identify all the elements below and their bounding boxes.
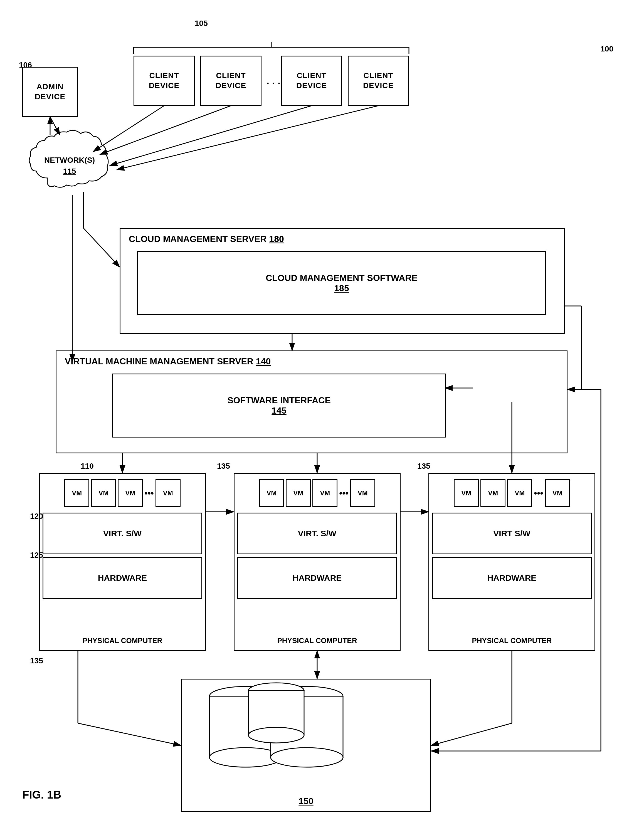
cloud-mgmt-software-ref: 185 [334, 283, 349, 294]
vm-3-1: VM [454, 479, 479, 507]
software-interface-label: SOFTWARE INTERFACE [227, 395, 331, 405]
diagram-container: 100 105 106 CLIENT DEVICE CLIENT DEVICE … [0, 0, 644, 840]
vm-2-2: VM [286, 479, 311, 507]
cloud-management-server: CLOUD MANAGEMENT SERVER 180 CLOUD MANAGE… [120, 228, 565, 334]
ref-135b: 135 [217, 462, 230, 471]
vm-1-2: VM [91, 479, 116, 507]
vm-3-2: VM [480, 479, 506, 507]
cloud-mgmt-software-box: CLOUD MANAGEMENT SOFTWARE 185 [137, 251, 546, 315]
virt-sw-3: VIRT S/W [432, 513, 592, 555]
admin-device: ADMINDEVICE [22, 67, 78, 117]
svg-line-33 [78, 723, 181, 745]
vm-1-1: VM [64, 479, 89, 507]
ref-105: 105 [195, 19, 208, 28]
vm-mgmt-server-label: VIRTUAL MACHINE MANAGEMENT SERVER 140 [65, 356, 271, 367]
hardware-2: HARDWARE [237, 557, 397, 599]
client-device-4: CLIENTDEVICE [348, 56, 409, 106]
client-device-1: CLIENT DEVICE [133, 56, 195, 106]
vm-mgmt-server: VIRTUAL MACHINE MANAGEMENT SERVER 140 SO… [56, 351, 567, 453]
svg-point-7 [271, 748, 343, 767]
software-interface-box: SOFTWARE INTERFACE 145 [112, 374, 446, 438]
hardware-1: HARDWARE [43, 557, 202, 599]
svg-line-16 [110, 106, 312, 166]
virt-sw-2: VIRT. S/W [237, 513, 397, 555]
virt-sw-1: VIRT. S/W [43, 513, 202, 555]
svg-text:115: 115 [63, 167, 76, 176]
ref-120: 120 [30, 512, 43, 521]
svg-text:NETWORK(S): NETWORK(S) [44, 156, 95, 164]
physical-computer-3-label: PHYSICAL COMPUTER [429, 637, 595, 645]
client-device-3: CLIENTDEVICE [281, 56, 342, 106]
ref-135c: 135 [417, 462, 430, 471]
svg-line-36 [431, 723, 512, 745]
fig-label: FIG. 1B [22, 789, 61, 801]
ref-125: 125 [30, 551, 43, 559]
svg-point-10 [248, 727, 304, 743]
cloud-mgmt-software-label: CLOUD MANAGEMENT SOFTWARE [266, 273, 417, 283]
vm-2-4: VM [350, 479, 375, 507]
hardware-3: HARDWARE [432, 557, 592, 599]
storage-cylinders [187, 682, 427, 794]
physical-computer-2-label: PHYSICAL COMPUTER [235, 637, 400, 645]
physical-computer-2: VM VM VM ••• VM VIRT. S/W HARDWARE PHYSI… [234, 473, 401, 651]
software-interface-ref: 145 [271, 405, 286, 416]
svg-line-20 [84, 228, 120, 267]
storage-ref-label: 150 [299, 796, 313, 806]
vm-2-3: VM [312, 479, 337, 507]
client-device-2: CLIENT DEVICE [200, 56, 261, 106]
vm-1-4: VM [156, 479, 181, 507]
physical-computer-3: VM VM VM ••• VM VIRT S/W HARDWARE PHYSIC… [429, 473, 595, 651]
ref-110: 110 [80, 462, 94, 471]
svg-line-15 [100, 106, 231, 154]
storage-box: 150 [181, 679, 431, 812]
ref-135a: 135 [30, 656, 43, 665]
cloud-mgmt-server-label: CLOUD MANAGEMENT SERVER 180 [129, 234, 284, 244]
ellipsis-1: . . . [266, 75, 281, 87]
vm-1-3: VM [118, 479, 143, 507]
vm-3-4: VM [545, 479, 570, 507]
ref-100: 100 [600, 44, 613, 53]
physical-computer-1-label: PHYSICAL COMPUTER [40, 637, 205, 645]
vm-3-3: VM [507, 479, 532, 507]
vm-2-1: VM [259, 479, 284, 507]
svg-line-17 [117, 106, 378, 170]
physical-computer-1: VM VM VM ••• VM VIRT. S/W HARDWARE PHYSI… [39, 473, 206, 651]
network-cloud: NETWORK(S) 115 [22, 122, 117, 200]
